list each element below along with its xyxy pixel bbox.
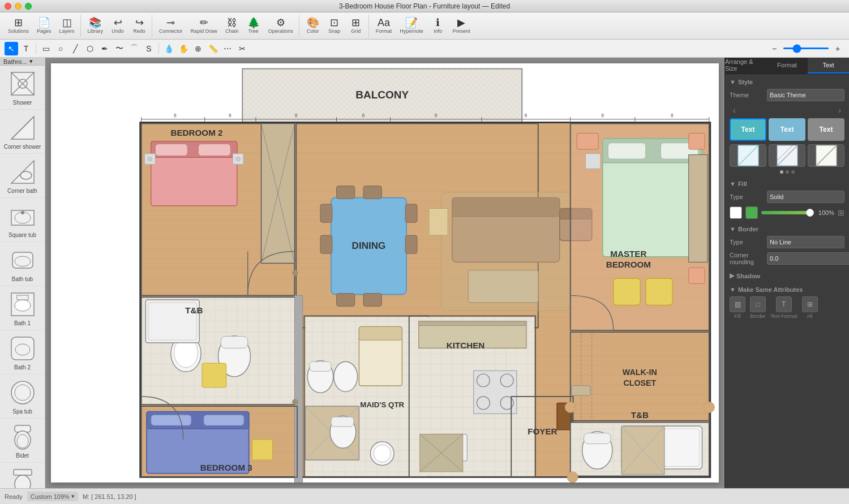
fill-opacity-thumb[interactable]: [806, 209, 814, 217]
sidebar-item-shower[interactable]: Shower: [0, 66, 45, 110]
corner-rounding-input[interactable]: [767, 252, 849, 265]
present-button[interactable]: ▶ Present: [449, 16, 474, 36]
snap-button[interactable]: ⊡ Snap: [324, 16, 345, 36]
fill-section: ▼ Fill Type Solid 10: [730, 180, 844, 219]
library-button[interactable]: 📚 Library: [84, 16, 107, 36]
corner-bath-label: Corner bath: [7, 188, 37, 194]
tab-text[interactable]: Text: [808, 58, 849, 74]
layers-button[interactable]: ◫ Layers: [56, 16, 78, 36]
pen-tool[interactable]: ✒: [98, 42, 112, 55]
freehand-tool[interactable]: 〜: [113, 42, 126, 55]
more-tool[interactable]: ⋯: [221, 42, 234, 55]
tree-button[interactable]: 🌲 Tree: [243, 16, 264, 36]
svg-rect-107: [689, 133, 705, 150]
line-tool[interactable]: ╱: [68, 42, 82, 55]
border-section-header: ▼ Border: [730, 226, 844, 232]
sidebar-item-wall-toilet[interactable]: Wall toilet: [0, 463, 45, 488]
info-button[interactable]: ℹ Info: [428, 16, 448, 36]
sidebar-item-square-tub[interactable]: Square tub: [0, 198, 45, 242]
zoom-status[interactable]: Custom 109% ▾: [27, 492, 78, 501]
color-button[interactable]: 🎨 Color: [303, 16, 323, 36]
make-same-text-format[interactable]: T Text Format: [770, 296, 797, 319]
sidebar-item-bidet[interactable]: Bidet: [0, 419, 45, 463]
maximize-button[interactable]: [25, 3, 32, 10]
minimize-button[interactable]: [15, 3, 22, 10]
tool-separator-1: [36, 43, 36, 54]
tree-icon: 🌲: [247, 18, 260, 28]
border-type-select[interactable]: No Line: [767, 236, 844, 248]
cut-tool[interactable]: ✂: [235, 42, 249, 55]
sidebar-item-corner-bath[interactable]: Corner bath: [0, 154, 45, 198]
ellipse-tool[interactable]: ○: [54, 42, 67, 55]
operations-button[interactable]: ⚙ Operations: [265, 16, 297, 36]
fill-opacity-slider[interactable]: [761, 211, 814, 214]
svg-rect-11: [12, 252, 33, 268]
text-tool[interactable]: T: [19, 42, 33, 55]
svg-point-73: [148, 157, 152, 161]
text-style-blue[interactable]: Text: [769, 118, 805, 141]
make-same-border-icon: □: [750, 296, 766, 312]
snap-icon: ⊡: [330, 18, 338, 28]
border-type-label: Type: [730, 239, 764, 245]
redo-button[interactable]: ↪ Redo: [129, 16, 149, 36]
zoom-slider[interactable]: [783, 48, 829, 49]
style-box-1[interactable]: [730, 144, 766, 167]
operations-icon: ⚙: [276, 18, 285, 28]
dot-2: [786, 170, 789, 174]
rapid-draw-button[interactable]: ✏ Rapid Draw: [187, 16, 221, 36]
rect-tool[interactable]: ▭: [39, 42, 53, 55]
zoom-in-tool[interactable]: ⊕: [191, 42, 205, 55]
polygon-tool[interactable]: ⬡: [83, 42, 97, 55]
sidebar-header[interactable]: Bathro... ▾: [0, 58, 45, 66]
make-same-all[interactable]: ⊞ All: [802, 296, 818, 319]
sidebar-item-bath2[interactable]: Bath 2: [0, 330, 45, 374]
present-icon: ▶: [457, 18, 465, 28]
grid-button[interactable]: ⊞ Grid: [346, 16, 366, 36]
fill-green-swatch[interactable]: [745, 206, 758, 219]
sidebar-item-bath-tub[interactable]: Bath tub: [0, 242, 45, 286]
zoom-in-button[interactable]: +: [831, 42, 844, 55]
style-box-3[interactable]: [808, 144, 844, 167]
format-button[interactable]: Aa Format: [372, 16, 396, 36]
style-prev-arrow[interactable]: ‹: [731, 105, 738, 116]
zoom-out-button[interactable]: −: [767, 42, 781, 55]
style-box-2[interactable]: [769, 144, 805, 167]
text-style-gray[interactable]: Text: [808, 118, 844, 141]
hand-tool[interactable]: ✋: [177, 42, 190, 55]
sidebar-item-bath1[interactable]: Bath 1: [0, 286, 45, 330]
style-next-arrow[interactable]: ›: [836, 105, 843, 116]
bezier-tool[interactable]: S: [142, 42, 156, 55]
select-tool[interactable]: ↖: [5, 42, 18, 55]
fill-color-swatch[interactable]: [730, 206, 742, 219]
svg-text:8: 8: [435, 113, 438, 118]
fill-type-select[interactable]: Solid: [767, 191, 844, 203]
pages-button[interactable]: 📄 Pages: [33, 16, 55, 36]
svg-rect-23: [14, 469, 32, 475]
close-button[interactable]: [5, 3, 11, 10]
left-sidebar: Bathro... ▾ Shower: [0, 58, 45, 488]
shower-shape: [8, 69, 37, 98]
bath1-label: Bath 1: [14, 320, 31, 326]
tab-format[interactable]: Format: [766, 58, 808, 74]
spa-tub-label: Spa tub: [12, 408, 32, 415]
tab-arrange-size[interactable]: Arrange & Size: [725, 58, 766, 74]
hypernote-button[interactable]: 📝 Hypernote: [396, 16, 427, 36]
arc-tool[interactable]: ⌒: [127, 42, 141, 55]
svg-point-129: [334, 361, 358, 391]
undo-button[interactable]: ↩ Undo: [108, 16, 128, 36]
bath2-shape: [8, 334, 37, 363]
svg-rect-84: [405, 204, 417, 222]
eyedrop-tool[interactable]: 💧: [162, 42, 175, 55]
make-same-fill[interactable]: ▨ Fill: [730, 296, 745, 319]
svg-rect-85: [405, 235, 417, 253]
solutions-button[interactable]: ⊞ Solutions: [5, 16, 32, 36]
sidebar-item-spa-tub[interactable]: Spa tub: [0, 374, 45, 419]
measure-tool[interactable]: 📏: [206, 42, 220, 55]
sidebar-item-corner-shower[interactable]: Corner shower: [0, 110, 45, 154]
canvas-area[interactable]: BALCONY: [45, 58, 724, 488]
theme-select[interactable]: Basic Theme: [767, 89, 844, 101]
make-same-border[interactable]: □ Border: [750, 296, 766, 319]
text-style-teal[interactable]: Text: [730, 118, 766, 141]
connector-button[interactable]: ⊸ Connector: [156, 16, 186, 36]
chain-button[interactable]: ⛓ Chain: [222, 16, 242, 36]
